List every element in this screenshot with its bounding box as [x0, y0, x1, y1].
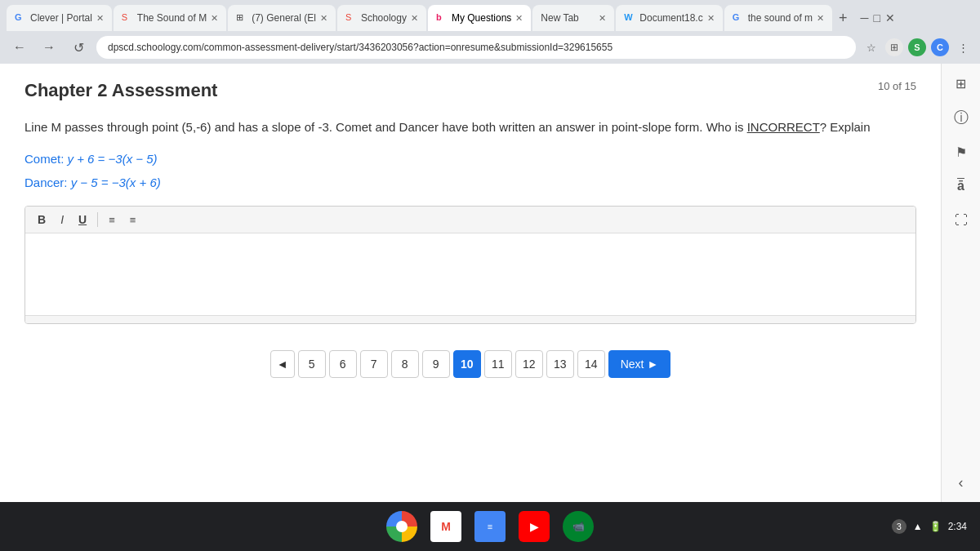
tab-label-clever: Clever | Portal	[30, 12, 92, 24]
tab-schoology[interactable]: S Schoology ✕	[337, 5, 426, 31]
main-content-area: Chapter 2 Assessment 10 of 15 Line M pas…	[0, 64, 980, 502]
wifi-icon: ▲	[913, 521, 923, 532]
chrome-taskbar-icon[interactable]	[386, 511, 417, 542]
page-8-button[interactable]: 8	[391, 350, 419, 378]
page-6-button[interactable]: 6	[329, 350, 357, 378]
ordered-list-button[interactable]: ≡	[105, 212, 119, 228]
refresh-button[interactable]: ↺	[67, 36, 90, 59]
question-text: Line M passes through point (5,-6) and h…	[24, 118, 916, 137]
tab-close-schoology[interactable]: ✕	[411, 13, 418, 24]
tab-favicon-clever: G	[15, 12, 26, 24]
tab-label-myquestions: My Questions	[452, 12, 511, 24]
window-controls: ─ □ ✕	[861, 11, 895, 24]
tab-label-sound2: the sound of m	[748, 12, 813, 24]
page-5-button[interactable]: 5	[298, 350, 326, 378]
quiz-content: Chapter 2 Assessment 10 of 15 Line M pas…	[0, 64, 941, 502]
info-icon[interactable]: ⓘ	[950, 106, 973, 129]
tab-general[interactable]: ⊞ (7) General (El ✕	[228, 5, 336, 31]
flag-icon[interactable]: ⚑	[950, 140, 973, 163]
tab-favicon-doc: W	[624, 12, 635, 24]
text-size-icon[interactable]: ā	[950, 175, 973, 198]
page-14-button[interactable]: 14	[577, 350, 605, 378]
page-10-button[interactable]: 10	[453, 350, 481, 378]
next-button[interactable]: Next ►	[608, 350, 671, 378]
page-7-button[interactable]: 7	[360, 350, 388, 378]
editor-body[interactable]	[25, 233, 915, 315]
tab-newtab[interactable]: New Tab ✕	[532, 5, 614, 31]
underline-button[interactable]: U	[74, 211, 91, 228]
dancer-label: Dancer:	[24, 176, 71, 189]
window-minimize-icon[interactable]: ─	[861, 11, 869, 24]
extensions-icon[interactable]: ⊞	[885, 38, 903, 56]
unordered-list-button[interactable]: ≡	[126, 212, 140, 228]
toolbar-divider-1	[97, 212, 98, 227]
system-tray: 3 ▲ 🔋 2:34	[892, 502, 980, 551]
battery-icon: 🔋	[929, 521, 942, 532]
taskbar: M ≡ ▶ 📹	[0, 502, 980, 551]
profile-icon[interactable]: S	[908, 38, 926, 56]
tab-bar: G Clever | Portal ✕ S The Sound of M ✕ ⊞…	[0, 0, 980, 31]
browser-window: G Clever | Portal ✕ S The Sound of M ✕ ⊞…	[0, 0, 980, 64]
back-button[interactable]: ←	[8, 36, 31, 59]
comet-equation: y + 6 = −3(x − 5)	[68, 152, 158, 166]
meet-taskbar-icon[interactable]: 📹	[563, 511, 594, 542]
forward-button[interactable]: →	[38, 36, 60, 59]
point-x: -6	[196, 120, 207, 134]
profile2-icon[interactable]: C	[931, 38, 949, 56]
tab-favicon-myquestions: b	[436, 12, 448, 24]
clock: 2:34	[948, 521, 967, 532]
tab-label-general: (7) General (El	[252, 12, 316, 24]
tab-close-doc[interactable]: ✕	[707, 13, 715, 24]
quiz-title: Chapter 2 Assessment	[24, 80, 217, 101]
tab-sound[interactable]: S The Sound of M ✕	[114, 5, 226, 31]
tab-close-myquestions[interactable]: ✕	[515, 13, 523, 24]
editor-toolbar: B I U ≡ ≡	[25, 207, 915, 233]
tab-close-clever[interactable]: ✕	[96, 13, 104, 24]
collapse-panel-button[interactable]: ‹	[950, 471, 973, 494]
fullscreen-icon[interactable]: ⛶	[950, 209, 973, 232]
notification-count: 3	[892, 519, 906, 534]
window-maximize-icon[interactable]: □	[874, 11, 880, 24]
page-11-button[interactable]: 11	[484, 350, 512, 378]
tab-doc[interactable]: W Document18.c ✕	[616, 5, 722, 31]
tab-close-sound[interactable]: ✕	[211, 13, 218, 24]
tab-sound2[interactable]: G the sound of m ✕	[724, 5, 832, 31]
gmail-taskbar-icon[interactable]: M	[430, 511, 461, 542]
incorrect-underline: INCORRECT	[747, 120, 820, 134]
italic-button[interactable]: I	[56, 211, 68, 228]
address-input[interactable]	[96, 36, 856, 59]
bold-button[interactable]: B	[33, 211, 50, 228]
tab-close-general[interactable]: ✕	[320, 13, 327, 24]
menu-icon[interactable]: ⋮	[954, 38, 972, 56]
bookmark-star-icon[interactable]: ☆	[862, 38, 880, 56]
tab-myquestions[interactable]: b My Questions ✕	[428, 5, 531, 31]
tab-favicon-schoology: S	[345, 12, 357, 24]
comet-answer: Comet: y + 6 = −3(x − 5)	[24, 152, 916, 166]
comet-label: Comet:	[24, 152, 68, 166]
page-13-button[interactable]: 13	[546, 350, 574, 378]
dancer-equation: y − 5 = −3(x + 6)	[71, 176, 161, 189]
pagination-bar: ◄ 5 6 7 8 9 10 11 12 13 14 Next ►	[24, 337, 916, 391]
text-editor: B I U ≡ ≡	[24, 206, 916, 324]
address-right-icons: ☆ ⊞ S C ⋮	[862, 38, 972, 56]
tab-close-newtab[interactable]: ✕	[599, 13, 606, 24]
tab-label-schoology: Schoology	[361, 12, 407, 24]
quiz-progress: 10 of 15	[878, 80, 916, 92]
side-panel: ⊞ ⓘ ⚑ ā ⛶ ‹	[941, 64, 980, 502]
page-9-button[interactable]: 9	[422, 350, 450, 378]
new-tab-button[interactable]: +	[834, 8, 853, 29]
tab-close-sound2[interactable]: ✕	[817, 13, 824, 24]
docs-taskbar-icon[interactable]: ≡	[474, 511, 506, 542]
tab-label-newtab: New Tab	[541, 12, 578, 24]
window-close-icon[interactable]: ✕	[885, 11, 895, 24]
tab-clever[interactable]: G Clever | Portal ✕	[7, 5, 112, 31]
tab-favicon-sound: S	[122, 12, 133, 24]
youtube-taskbar-icon[interactable]: ▶	[519, 511, 550, 542]
grid-icon[interactable]: ⊞	[950, 72, 973, 95]
editor-footer	[25, 315, 915, 323]
page-12-button[interactable]: 12	[515, 350, 543, 378]
pagination-prev-button[interactable]: ◄	[270, 350, 295, 378]
dancer-answer: Dancer: y − 5 = −3(x + 6)	[24, 176, 916, 189]
tab-favicon-sound2: G	[733, 12, 744, 24]
tab-label-sound: The Sound of M	[137, 12, 207, 24]
